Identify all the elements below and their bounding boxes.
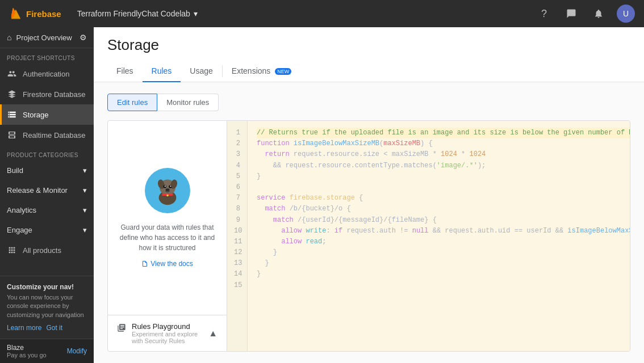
blaze-bar: Blaze Pay as you go Modify [0, 339, 94, 363]
code-line-6 [257, 182, 630, 193]
firestore-label: Firestore Database [23, 90, 86, 99]
code-line-12: } [257, 247, 630, 258]
line-number-11: 11 [234, 237, 240, 247]
sidebar-item-realtime[interactable]: Realtime Database [0, 125, 94, 145]
line-number-12: 12 [234, 247, 240, 258]
tab-extensions[interactable]: Extensions NEW [223, 61, 300, 82]
line-number-2: 2 [234, 138, 240, 149]
sidebar-item-authentication[interactable]: Authentication [0, 64, 94, 84]
left-panel: Guard your data with rules that define w… [108, 121, 227, 351]
build-label: Build [7, 166, 23, 175]
storage-label: Storage [23, 111, 49, 119]
playground-title: Rules Playground [132, 322, 208, 331]
sidebar-category-analytics[interactable]: Analytics ▾ [0, 200, 94, 220]
sidebar-category-build[interactable]: Build ▾ [0, 161, 94, 180]
svg-point-9 [165, 188, 169, 191]
svg-point-8 [170, 185, 171, 187]
engage-chevron-icon: ▾ [83, 226, 87, 234]
line-number-1: 1 [234, 128, 240, 138]
grid-icon [7, 245, 17, 255]
auth-icon [7, 69, 17, 79]
line-numbers: 1 2 3 4 5 6 7 8 9 10 11 12 13 14 [227, 121, 248, 351]
code-line-3: return request.resource.size < maxSizeMB… [257, 149, 630, 160]
tab-usage[interactable]: Usage [181, 61, 221, 82]
user-avatar[interactable]: U [617, 5, 635, 23]
realtime-icon [7, 130, 17, 140]
code-editor[interactable]: 1 2 3 4 5 6 7 8 9 10 11 12 13 14 [227, 121, 630, 351]
code-line-10: allow write: if request.auth != null && … [257, 226, 630, 237]
blaze-info: Blaze Pay as you go [7, 344, 47, 358]
shortcuts-label: Project shortcuts [0, 48, 94, 64]
sidebar-category-release[interactable]: Release & Monitor ▾ [0, 180, 94, 200]
line-number-3: 3 [234, 149, 240, 160]
project-name: Terraform FriendlyChat Codelab [77, 9, 190, 18]
code-line-8: match /b/{bucket}/o { [257, 204, 630, 214]
line-number-13: 13 [234, 258, 240, 269]
release-chevron-icon: ▾ [83, 186, 87, 195]
edit-rules-tab[interactable]: Edit rules [107, 94, 157, 111]
tab-rules[interactable]: Rules [143, 61, 181, 82]
line-number-15: 15 [234, 280, 240, 291]
settings-icon[interactable]: ⚙ [80, 33, 87, 42]
main-layout: ⌂ Project Overview ⚙ Project shortcuts A… [0, 27, 644, 363]
customize-text: You can now focus your console experienc… [7, 293, 87, 319]
code-line-13: } [257, 258, 630, 269]
notification-icon[interactable] [589, 5, 608, 23]
realtime-label: Realtime Database [23, 131, 86, 140]
sidebar-project-overview[interactable]: ⌂ Project Overview ⚙ [0, 27, 94, 48]
code-line-15 [257, 280, 630, 291]
collapse-icon[interactable]: ▲ [208, 328, 218, 339]
playground-sub: Experiment and explore with Security Rul… [132, 331, 208, 344]
view-docs-link[interactable]: View the docs [141, 260, 193, 268]
learn-more-link[interactable]: Learn more [7, 324, 41, 332]
code-line-4: && request.resource.contentType.matches(… [257, 161, 630, 171]
line-number-6: 6 [234, 182, 240, 193]
all-products-label: All products [23, 246, 61, 255]
line-number-4: 4 [234, 161, 240, 171]
line-number-7: 7 [234, 193, 240, 204]
customize-links: Learn more Got it [7, 324, 87, 332]
product-categories-label: Product categories [0, 145, 94, 161]
modify-button[interactable]: Modify [67, 347, 87, 355]
customize-nav-section: Customize your nav! You can now focus yo… [0, 276, 94, 339]
main-content: Storage Files Rules Usage Extensions NEW… [94, 27, 644, 363]
storage-icon [7, 109, 17, 120]
project-selector[interactable]: Terraform FriendlyChat Codelab ▾ [77, 9, 198, 18]
rules-playground-section: Rules Playground Experiment and explore … [108, 315, 227, 351]
firestore-icon [7, 89, 17, 99]
tab-files[interactable]: Files [107, 61, 143, 82]
svg-point-11 [166, 195, 169, 197]
monitor-rules-tab[interactable]: Monitor rules [157, 94, 219, 111]
panel-description: Guard your data with rules that define w… [119, 222, 215, 253]
line-number-5: 5 [234, 171, 240, 182]
content-header: Storage Files Rules Usage Extensions NEW [94, 27, 644, 82]
firebase-wordmark: Firebase [26, 9, 61, 19]
chat-icon[interactable] [562, 5, 580, 23]
code-line-2: function isImageBelowMaxSizeMB(maxSizeMB… [257, 138, 630, 149]
project-overview-label: Project Overview [16, 33, 72, 42]
rules-playground[interactable]: Rules Playground Experiment and explore … [108, 315, 227, 351]
tabs: Files Rules Usage Extensions NEW [107, 61, 630, 82]
line-number-8: 8 [234, 204, 240, 214]
code-line-14: } [257, 269, 630, 280]
blaze-name: Blaze [7, 344, 47, 352]
help-icon[interactable]: ? [535, 5, 553, 23]
sidebar-item-storage[interactable]: Storage [0, 104, 94, 125]
topbar: Firebase Terraform FriendlyChat Codelab … [0, 0, 644, 27]
dog-avatar [145, 168, 190, 213]
sidebar-all-products[interactable]: All products [0, 240, 94, 260]
firebase-logo: Firebase [9, 7, 61, 20]
rules-sub-tabs: Edit rules Monitor rules [107, 94, 630, 111]
code-line-11: allow read; [257, 237, 630, 247]
sidebar-item-firestore[interactable]: Firestore Database [0, 84, 94, 104]
code-line-5: } [257, 171, 630, 182]
release-label: Release & Monitor [7, 186, 68, 195]
engage-label: Engage [7, 226, 32, 234]
customize-title: Customize your nav! [7, 283, 87, 291]
sidebar: ⌂ Project Overview ⚙ Project shortcuts A… [0, 27, 94, 363]
sidebar-category-engage[interactable]: Engage ▾ [0, 220, 94, 240]
rules-playground-left: Rules Playground Experiment and explore … [117, 322, 208, 344]
code-content[interactable]: // Returns true if the uploaded file is … [248, 121, 630, 351]
line-number-9: 9 [234, 215, 240, 226]
got-it-link[interactable]: Got it [46, 324, 62, 332]
